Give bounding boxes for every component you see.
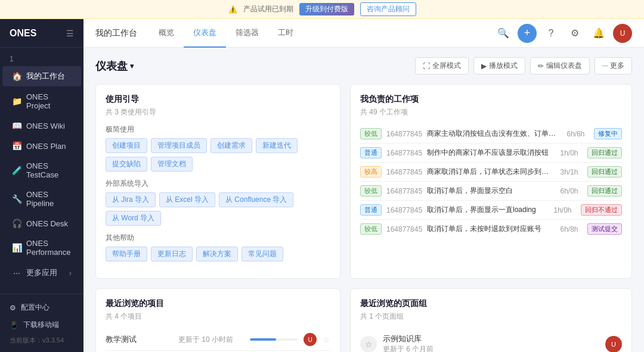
sidebar-item-testcase[interactable]: 🧪 ONES TestCase (2, 157, 81, 184)
tag-manage-docs[interactable]: 管理文档 (151, 157, 193, 172)
status-badge: 回归不通过 (581, 204, 622, 216)
work-time: 6h/6h (562, 130, 589, 138)
header-actions: 🔍 + ? ⚙ 🔔 U (494, 24, 632, 43)
tag-import-confluence[interactable]: 从 Confluence 导入 (219, 192, 293, 207)
sidebar-label-performance: ONES Performance (26, 239, 72, 257)
sidebar-label-pipeline: ONES Pipeline (26, 190, 72, 208)
page-name: 示例知识库 (383, 334, 599, 344)
guide-section-import: 外部系统导入 从 Jira 导入 从 Excel 导入 从 Confluence… (106, 179, 330, 226)
tag-changelog[interactable]: 更新日志 (151, 247, 193, 261)
tag-import-excel[interactable]: 从 Excel 导入 (159, 192, 215, 207)
guide-section-import-title: 外部系统导入 (106, 179, 330, 189)
sidebar-item-config[interactable]: ⚙ 配置中心 (0, 299, 83, 316)
status-badge: 回归通过 (587, 147, 622, 158)
search-button[interactable]: 🔍 (494, 24, 513, 43)
work-id: 164877845 (386, 130, 422, 138)
performance-icon: 📊 (12, 243, 21, 253)
collapse-icon[interactable]: ☰ (66, 29, 74, 38)
recent-pages-title: 最近浏览的页面组 (360, 298, 622, 309)
sidebar-item-more-apps[interactable]: ··· 更多应用 › (2, 263, 81, 283)
sidebar-item-wiki[interactable]: 📖 ONES Wiki (2, 116, 81, 135)
top-banner: ⚠️ 产品试用已到期 升级到付费版 咨询产品顾问 (0, 0, 644, 19)
play-button[interactable]: ▶ 播放模式 (473, 57, 525, 74)
work-title: 取消订单后，未按时退款到对应账号 (427, 224, 551, 234)
settings-button[interactable]: ⚙ (565, 24, 584, 43)
sidebar-label-workbench: 我的工作台 (26, 71, 65, 82)
more-apps-icon: ··· (12, 268, 21, 278)
sidebar-label-desk: ONES Desk (26, 219, 68, 228)
sidebar-item-project[interactable]: 📁 ONES Project (2, 88, 81, 115)
work-items-title: 我负责的工作项 (360, 94, 622, 105)
page-avatar: U (605, 336, 622, 353)
upgrade-button[interactable]: 升级到付费版 (299, 3, 354, 15)
edit-dashboard-button[interactable]: ✏ 编辑仪表盘 (530, 57, 590, 74)
dashboard-title[interactable]: 仪表盘 ▾ (95, 59, 134, 73)
sidebar-item-plan[interactable]: 📅 ONES Plan (2, 136, 81, 155)
star-icon[interactable]: ☆ (323, 335, 330, 344)
work-time: 6h/8h (556, 225, 583, 233)
chevron-right-icon: › (69, 269, 72, 278)
work-time: 1h/0h (549, 206, 576, 214)
add-button[interactable]: + (518, 24, 537, 43)
tag-submit-defect[interactable]: 提交缺陷 (106, 157, 147, 172)
sidebar-label-plan: ONES Plan (26, 142, 66, 151)
tag-create-project[interactable]: 创建项目 (106, 138, 147, 153)
dropdown-arrow-icon: ▾ (130, 62, 134, 70)
work-id: 164877845 (386, 187, 422, 195)
sidebar-item-download[interactable]: 📱 下载移动端 (0, 316, 83, 334)
work-title: 商家主动取消按钮点击没有生效、订单未取消 (427, 129, 558, 139)
guide-card: 使用引导 共 3 类使用引导 极简使用 创建项目 管理项目成员 创建需求 新建迭… (95, 84, 340, 279)
work-item-row: 普通 164877845 取消订单后，界面显示一直loading 1h/0h 回… (360, 201, 622, 220)
sidebar: ONES ☰ 1 🏠 我的工作台 📁 ONES Project 📖 ONES W… (0, 19, 83, 352)
avatar[interactable]: U (613, 24, 632, 43)
tag-handbook[interactable]: 帮助手册 (106, 247, 147, 261)
tag-new-iteration[interactable]: 新建迭代 (256, 138, 298, 153)
wiki-icon: 📖 (12, 121, 21, 130)
banner-warning-text: 产品试用已到期 (243, 4, 293, 14)
sidebar-item-performance[interactable]: 📊 ONES Performance (2, 234, 81, 261)
work-item-row: 较高 164877845 商家取消订单后，订单状态未同步到购买方账号 3h/1h… (360, 163, 622, 182)
tab-dashboard[interactable]: 仪表盘 (184, 19, 226, 48)
work-time: 1h/0h (556, 149, 583, 157)
tag-import-word[interactable]: 从 Word 导入 (106, 211, 161, 226)
fullscreen-button[interactable]: ⛶ 全屏模式 (415, 57, 469, 74)
tag-solutions[interactable]: 解决方案 (196, 247, 238, 261)
more-button[interactable]: ··· 更多 (595, 57, 632, 74)
priority-badge: 普通 (360, 204, 382, 216)
project-avatar: U (304, 333, 317, 346)
priority-badge: 较低 (360, 185, 382, 197)
dashboard-actions: ⛶ 全屏模式 ▶ 播放模式 ✏ 编辑仪表盘 ··· 更多 (415, 57, 632, 74)
status-badge: 回归通过 (587, 185, 622, 197)
sidebar-item-workbench[interactable]: 🏠 我的工作台 (2, 66, 81, 86)
sidebar-label-more-apps: 更多应用 (26, 267, 57, 278)
help-button[interactable]: ? (541, 24, 561, 43)
status-badge: 回归通过 (587, 166, 622, 177)
tab-filter[interactable]: 筛选器 (226, 19, 268, 48)
tag-manage-members[interactable]: 管理项目成员 (151, 138, 207, 153)
sidebar-item-desk[interactable]: 🎧 ONES Desk (2, 214, 81, 233)
tab-worktime[interactable]: 工时 (268, 19, 303, 48)
tab-overview[interactable]: 概览 (149, 19, 184, 48)
work-id: 164877845 (386, 225, 422, 233)
play-icon: ▶ (481, 62, 487, 70)
testcase-icon: 🧪 (12, 166, 21, 175)
sidebar-item-pipeline[interactable]: 🔧 ONES Pipeline (2, 185, 81, 213)
work-id: 164877845 (386, 206, 422, 214)
guide-section-help-title: 其他帮助 (106, 233, 330, 243)
tag-create-requirement[interactable]: 创建需求 (210, 138, 252, 153)
priority-badge: 普通 (360, 147, 382, 158)
progress-bar (250, 338, 276, 341)
work-item-row: 较低 164877845 商家主动取消按钮点击没有生效、订单未取消 6h/6h … (360, 124, 622, 144)
consult-button[interactable]: 咨询产品顾问 (360, 2, 416, 16)
tag-import-jira[interactable]: 从 Jira 导入 (106, 192, 156, 207)
priority-badge: 较低 (360, 223, 382, 235)
version-text: 当前版本：v3.3.54 (0, 334, 83, 347)
guide-tags-help: 帮助手册 更新日志 解决方案 常见问题 (106, 247, 330, 261)
dashboard-grid: 使用引导 共 3 类使用引导 极简使用 创建项目 管理项目成员 创建需求 新建迭… (95, 84, 632, 352)
recent-pages-subtitle: 共 1 个页面组 (360, 311, 622, 322)
notifications-button[interactable]: 🔔 (589, 24, 608, 43)
tag-faq[interactable]: 常见问题 (242, 247, 283, 261)
desk-icon: 🎧 (12, 219, 21, 228)
sidebar-label-testcase: ONES TestCase (26, 161, 72, 179)
guide-section-simple-title: 极简使用 (106, 124, 330, 135)
